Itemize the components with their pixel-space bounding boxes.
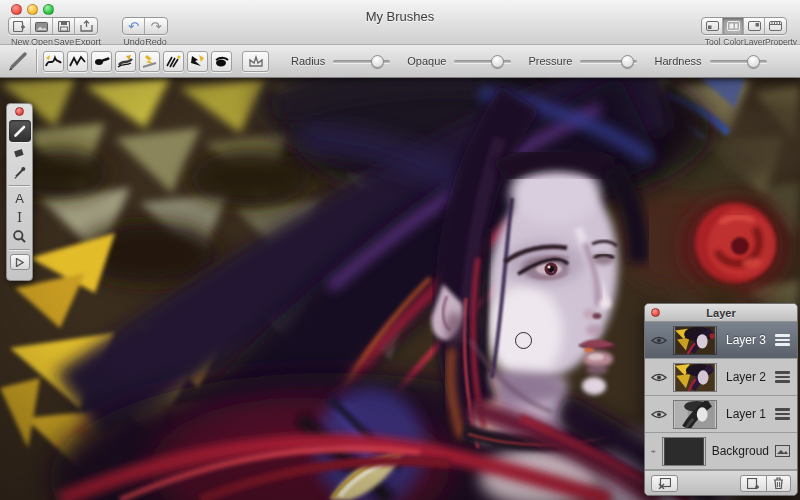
new-layer-button[interactable] [740,475,767,492]
layer-name: Layer 3 [723,333,769,347]
layer-panel-title: Layer [706,307,735,319]
tool-eraser[interactable] [8,144,31,163]
tool-palette: A I [6,103,33,281]
radius-slider: Radius [291,55,390,67]
brush-stroke-icon [141,54,158,69]
crown-icon [248,55,264,68]
property-panel-icon [769,21,782,31]
layer-menu-icon[interactable] [775,371,790,382]
save-button[interactable] [53,18,75,34]
brush-stroke-icon [45,54,62,69]
more-brushes-button[interactable] [242,51,269,72]
brush-stroke-icon [93,54,110,69]
slider-track[interactable] [580,60,637,63]
open-folder-icon [35,21,48,32]
layer-row[interactable]: Layer 1 [645,396,797,433]
brush-stroke-icon [213,54,230,69]
brush-preset-2[interactable] [67,51,88,72]
open-button[interactable] [31,18,53,34]
slider-thumb[interactable] [371,55,384,68]
slider-thumb[interactable] [621,55,634,68]
layer-thumbnail[interactable] [673,326,717,355]
property-panel-button[interactable] [765,18,786,34]
clear-layer-button[interactable] [651,475,678,492]
play-icon [15,258,24,267]
pressure-slider-label: Pressure [528,55,572,67]
new-document-icon [13,21,26,32]
new-document-icon [747,478,760,489]
palette-divider [9,185,30,186]
brush-preset-8[interactable] [211,51,232,72]
slider-track[interactable] [710,60,767,63]
hardness-slider-label: Hardness [654,55,701,67]
layer-row[interactable]: Backgroud [645,433,797,470]
redo-button[interactable]: ↷ [145,18,167,34]
layer-menu-icon[interactable] [775,408,790,419]
eraser-icon [12,147,27,160]
visibility-eye-icon[interactable] [651,446,656,457]
visibility-eye-icon[interactable] [651,372,667,383]
hardness-slider: Hardness [654,55,766,67]
layer-thumbnail[interactable] [673,400,717,429]
tool-panel-button[interactable] [702,18,723,34]
brush-preset-6[interactable] [163,51,184,72]
magnifier-icon [12,229,27,244]
panel-toggle-group: Tool Color Layer Property [701,17,787,47]
layer-panel-titlebar: Layer [645,304,797,322]
brush-preset-1[interactable] [43,51,64,72]
tool-text[interactable]: A [8,189,31,208]
brush-cursor-ring [515,332,532,349]
tool-brush[interactable] [9,120,31,142]
image-layer-icon [775,445,790,457]
slider-track[interactable] [454,60,511,63]
layer-panel-close-button[interactable] [651,308,660,317]
opaque-slider-label: Opaque [407,55,446,67]
visibility-eye-icon[interactable] [651,335,667,346]
palette-divider [9,249,30,250]
pencil-icon[interactable] [6,50,30,72]
layer-menu-icon[interactable] [775,334,790,345]
tool-ibeam[interactable]: I [8,208,31,227]
undo-button[interactable]: ↶ [123,18,145,34]
layer-row[interactable]: Layer 3 [645,322,797,359]
window-titlebar: My Brushes [0,0,800,45]
export-box-icon [80,20,93,32]
slider-thumb[interactable] [747,55,760,68]
brush-icon [12,123,28,139]
visibility-eye-icon[interactable] [651,409,667,420]
eyedropper-icon [12,165,27,180]
tool-panel-icon [706,21,719,31]
brush-toolbar: Radius Opaque Pressure Hardness [0,45,800,78]
canvas-area[interactable]: A I Layer [0,78,800,500]
tool-eyedropper[interactable] [8,163,31,182]
layer-thumbnail[interactable] [662,437,706,466]
brush-stroke-icon [189,54,206,69]
app-window: A I Layer [0,0,800,500]
brush-preset-4[interactable] [115,51,136,72]
slider-track[interactable] [333,60,390,63]
delete-layer-button[interactable] [767,475,791,492]
color-panel-icon [727,21,740,31]
save-floppy-icon [58,21,70,32]
export-button[interactable] [75,18,97,34]
color-panel-button[interactable] [723,18,744,34]
layer-panel: Layer Layer 3 [644,303,798,496]
layer-panel-bottom-bar [645,470,797,495]
edit-button-group: ↶ ↷ Undo Redo [122,17,168,47]
new-button[interactable] [9,18,31,34]
trash-icon [773,477,784,489]
layer-panel-button[interactable] [744,18,765,34]
layer-row[interactable]: Layer 2 [645,359,797,396]
brush-preset-5[interactable] [139,51,160,72]
brush-preset-3[interactable] [91,51,112,72]
tool-play[interactable] [10,254,30,270]
palette-close-button[interactable] [15,107,24,116]
radius-slider-label: Radius [291,55,325,67]
layer-thumbnail[interactable] [673,363,717,392]
tool-zoom[interactable] [8,227,31,246]
window-title: My Brushes [0,9,800,24]
file-button-group: New Open Save Export [8,17,98,47]
layer-name: Layer 2 [723,370,769,384]
slider-thumb[interactable] [491,55,504,68]
brush-preset-7[interactable] [187,51,208,72]
